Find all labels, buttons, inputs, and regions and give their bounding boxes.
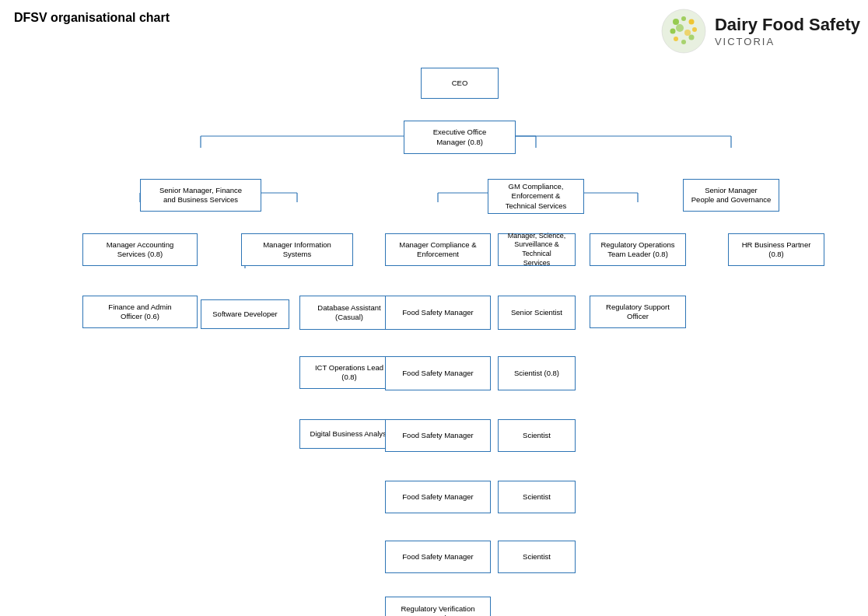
svg-point-7 xyxy=(674,37,678,41)
sw-dev-box: Software Developer xyxy=(201,299,289,329)
sm-people-box: Senior Manager People and Governance xyxy=(683,179,779,212)
svg-point-4 xyxy=(692,27,697,32)
svg-point-0 xyxy=(662,9,705,53)
svg-point-8 xyxy=(670,29,675,34)
fsm4-box: Food Safety Manager xyxy=(385,481,491,513)
svg-point-2 xyxy=(681,16,686,21)
fsm1-box: Food Safety Manager xyxy=(385,296,491,330)
svg-point-5 xyxy=(688,35,694,40)
logo-name-line2: VICTORIA xyxy=(715,36,860,47)
logo-icon xyxy=(660,8,707,54)
exec-office-box: Executive Office Manager (0.8) xyxy=(404,121,516,154)
logo-name-line1: Dairy Food Safety xyxy=(715,15,860,35)
gm-compliance-box: GM Compliance, Enforcement & Technical S… xyxy=(488,179,584,214)
mgr-compliance-box: Manager Compliance & Enforcement xyxy=(385,233,491,266)
fsm3-box: Food Safety Manager xyxy=(385,419,491,452)
ict-ops-box: ICT Operations Lead (0.8) xyxy=(299,356,399,389)
reg-verif-box: Regulatory Verification Lead xyxy=(385,597,491,616)
fsm5-box: Food Safety Manager xyxy=(385,541,491,573)
svg-point-1 xyxy=(673,19,679,25)
page-title: DFSV organisational chart xyxy=(14,11,170,25)
scientist-08-box: Scientist (0.8) xyxy=(498,356,576,390)
logo-area: Dairy Food Safety VICTORIA xyxy=(660,8,860,54)
svg-point-6 xyxy=(681,40,686,44)
mgr-info-box: Manager Information Systems xyxy=(241,233,353,266)
svg-point-10 xyxy=(684,30,691,36)
ceo-box: CEO xyxy=(421,68,499,99)
sm-finance-box: Senior Manager, Finance and Business Ser… xyxy=(140,179,261,212)
mgr-accounting-box: Manager Accounting Services (0.8) xyxy=(82,233,198,266)
scientist3-box: Scientist xyxy=(498,541,576,573)
digital-analyst-box: Digital Business Analyst xyxy=(299,419,399,449)
finance-admin-box: Finance and Admin Officer (0.6) xyxy=(82,296,198,328)
reg-ops-box: Regulatory Operations Team Leader (0.8) xyxy=(590,233,686,266)
fsm2-box: Food Safety Manager xyxy=(385,356,491,390)
svg-point-3 xyxy=(688,19,694,25)
db-assistant-box: Database Assistant (Casual) xyxy=(299,296,399,330)
mgr-science-box: Manager, Science, Surveillance & Technic… xyxy=(498,233,576,266)
scientist2-box: Scientist xyxy=(498,481,576,513)
hr-partner-box: HR Business Partner (0.8) xyxy=(728,233,824,266)
svg-point-9 xyxy=(676,24,684,32)
reg-support-box: Regulatory Support Officer xyxy=(590,296,686,328)
scientist1-box: Scientist xyxy=(498,419,576,452)
senior-scientist-box: Senior Scientist xyxy=(498,296,576,330)
